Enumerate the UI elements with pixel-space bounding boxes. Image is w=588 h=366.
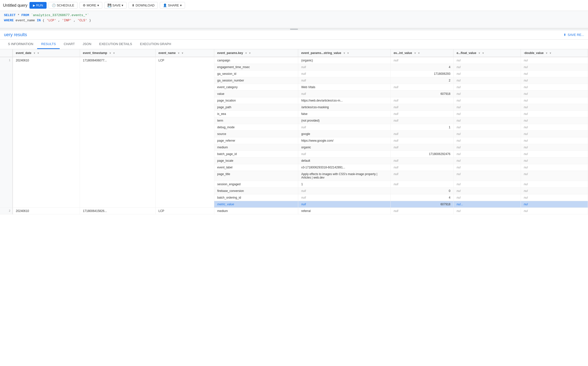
sort-icon-int-value[interactable]: ▼	[414, 52, 416, 54]
col-float-value[interactable]: e...float_value ▼ ▼	[454, 49, 521, 57]
schedule-button[interactable]: 🕐 SCHEDULE	[49, 2, 78, 9]
int-val-batch-page-id: 1718006292476	[391, 151, 454, 157]
filter-icon-event-name[interactable]: ▼	[181, 52, 184, 54]
more-button[interactable]: ⚙ MORE ▾	[80, 2, 102, 9]
save-results-button[interactable]: ⬆ SAVE RE...	[563, 33, 584, 37]
int-val-source: null	[391, 131, 454, 137]
int-val-engagement: 4	[391, 64, 454, 71]
col-string-value[interactable]: event_params...string_value ▼ ▼	[298, 49, 391, 57]
col-double-value-label: ·double_value	[524, 51, 544, 55]
int-val-value: 607918	[391, 91, 454, 97]
filter-icon-float-value[interactable]: ▼	[482, 52, 484, 54]
key-is-eea: is_eea	[214, 111, 298, 117]
double-val-engagement: nul	[521, 64, 588, 71]
float-val-page-locale: nul	[454, 157, 521, 164]
save-results-label: SAVE RE...	[568, 33, 584, 37]
table-row: 1 20240610 1718006406077... LCP campaign…	[0, 57, 588, 64]
str-val-event-category: Web Vitals	[298, 84, 391, 91]
tab-chart[interactable]: CHART	[60, 40, 79, 49]
tab-schema[interactable]: S INFORMATION	[4, 40, 37, 49]
col-resize-double-value[interactable]	[587, 49, 588, 57]
filter-icon-int-value[interactable]: ▼	[418, 52, 420, 54]
key-medium: medium	[214, 144, 298, 151]
col-resize-event-name[interactable]	[213, 49, 214, 57]
tab-execution-graph[interactable]: EXECUTION GRAPH	[136, 40, 175, 49]
title-area: Untitled query	[3, 3, 27, 8]
resize-handle[interactable]	[0, 28, 588, 30]
key-engagement: engagement_time_msec	[214, 64, 298, 71]
col-params-key-label: event_params.key	[217, 51, 243, 55]
share-button[interactable]: 👤 SHARE ▾	[160, 2, 185, 9]
save-results-icon: ⬆	[563, 33, 566, 37]
col-params-key[interactable]: event_params.key ▼ ▼	[214, 49, 298, 57]
col-resize-float-value[interactable]	[520, 49, 521, 57]
str-val-session-engaged: 1	[298, 181, 391, 188]
sql-table: `analytics_337268677.events_*`	[31, 13, 89, 17]
int-val-medium-2: null	[391, 208, 454, 214]
str-val-event-label: v3-1718006293318-602142891...	[298, 164, 391, 171]
col-resize-event-timestamp[interactable]	[154, 49, 155, 57]
event-date-1: 20240610	[13, 57, 80, 208]
filter-icon-event-date[interactable]: ▼	[37, 52, 39, 54]
int-val-term: null	[391, 117, 454, 124]
int-val-medium: null	[391, 144, 454, 151]
sort-icon-string-value[interactable]: ▼	[343, 52, 346, 54]
run-button[interactable]: ▶ RUN	[29, 2, 47, 9]
int-val-batch-ordering-id: 4	[391, 194, 454, 201]
gear-icon: ⚙	[83, 3, 86, 7]
double-val-page-referrer: nul	[521, 137, 588, 144]
tab-json[interactable]: JSON	[79, 40, 95, 49]
float-val-batch-page-id: nul	[454, 151, 521, 157]
col-rownum	[0, 49, 13, 57]
download-icon: ⬇	[132, 3, 134, 7]
top-bar: Untitled query ▶ RUN 🕐 SCHEDULE ⚙ MORE ▾…	[0, 0, 588, 11]
double-val-ga-session-id: nul	[521, 71, 588, 77]
filter-icon-string-value[interactable]: ▼	[347, 52, 349, 54]
int-val-is-eea: null	[391, 111, 454, 117]
results-table-container[interactable]: event_date ▼ ▼ event_timestamp ▼ ▼ event…	[0, 49, 588, 366]
int-val-ga-session-number: 2	[391, 77, 454, 84]
key-session-engaged: session_engaged	[214, 181, 298, 188]
filter-icon-params-key[interactable]: ▼	[249, 52, 251, 54]
event-timestamp-2: 1718006415826...	[80, 208, 155, 214]
filter-icon-event-timestamp[interactable]: ▼	[113, 52, 115, 54]
col-event-date[interactable]: event_date ▼ ▼	[13, 49, 80, 57]
double-val-value: nul	[521, 91, 588, 97]
col-resize-event-date[interactable]	[79, 49, 80, 57]
int-val-metric-value: 607918	[391, 201, 454, 208]
sort-icon-event-name[interactable]: ▼	[177, 52, 180, 54]
tab-execution-details[interactable]: EXECUTION DETAILS	[95, 40, 136, 49]
sort-icon-double-value[interactable]: ▼	[545, 52, 548, 54]
str-val-page-path: /articles/css-masking	[298, 104, 391, 111]
key-event-category: event_category	[214, 84, 298, 91]
float-val-page-referrer: nul	[454, 137, 521, 144]
col-int-value[interactable]: ev...int_value ▼ ▼	[391, 49, 454, 57]
float-val-debug-mode: nul	[454, 124, 521, 131]
filter-icon-double-value[interactable]: ▼	[549, 52, 552, 54]
sql-string-1: 'LCP'	[47, 19, 56, 22]
sql-line-1: SELECT * FROM `analytics_337268677.event…	[4, 13, 584, 18]
table-row: 2 20240610 1718006415826... LCP medium r…	[0, 208, 588, 214]
sql-editor[interactable]: SELECT * FROM `analytics_337268677.event…	[0, 11, 588, 28]
str-val-engagement: null	[298, 64, 391, 71]
col-int-value-label: ev...int_value	[394, 51, 412, 55]
col-event-timestamp[interactable]: event_timestamp ▼ ▼	[80, 49, 155, 57]
col-resize-string-value[interactable]	[389, 49, 390, 57]
col-resize-params-key[interactable]	[297, 49, 298, 57]
key-metric-value: metric_value	[214, 201, 298, 208]
float-val-event-category: nul	[454, 84, 521, 91]
int-val-event-label: null	[391, 164, 454, 171]
sort-icon-event-date[interactable]: ▼	[33, 52, 36, 54]
download-button[interactable]: ⬇ DOWNLOAD	[129, 2, 158, 9]
tab-results[interactable]: RESULTS	[37, 40, 60, 49]
save-button[interactable]: 💾 SAVE ▾	[104, 2, 127, 9]
col-event-name[interactable]: event_name ▼ ▼	[155, 49, 214, 57]
save-label: SAVE	[112, 3, 121, 7]
sort-icon-params-key[interactable]: ▼	[245, 52, 247, 54]
col-string-value-label: event_params...string_value	[301, 51, 341, 55]
str-val-medium: organic	[298, 144, 391, 151]
col-double-value[interactable]: ·double_value ▼ ▼	[521, 49, 588, 57]
col-resize-int-value[interactable]	[452, 49, 453, 57]
sort-icon-float-value[interactable]: ▼	[478, 52, 481, 54]
sort-icon-event-timestamp[interactable]: ▼	[109, 52, 111, 54]
